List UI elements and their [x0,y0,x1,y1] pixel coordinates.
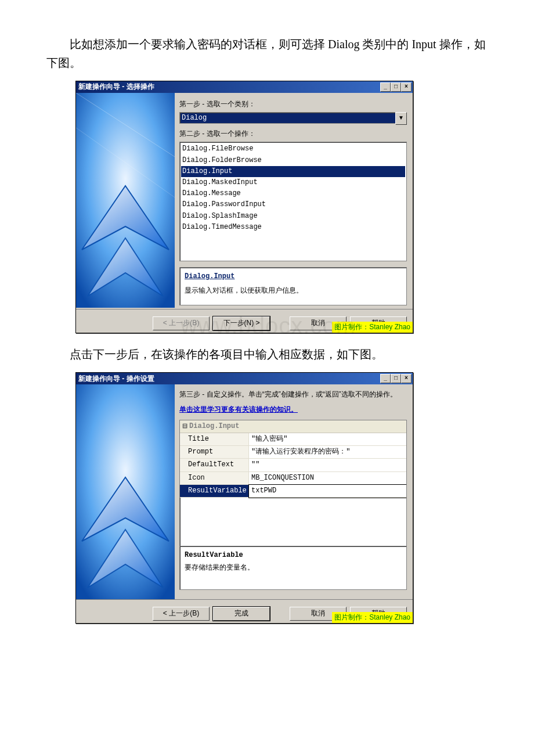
learn-more-link[interactable]: 单击这里学习更多有关该操作的知识。 [179,404,298,415]
minimize-button[interactable]: _ [380,374,391,383]
property-row[interactable]: IconMB_ICONQUESTION [180,472,406,485]
property-desc-title: ResultVariable [185,550,402,561]
operation-desc-text: 显示输入对话框，以便获取用户信息。 [185,285,402,296]
property-value[interactable]: "输入密码" [249,433,406,446]
operation-list-item[interactable]: Dialog.Input [181,166,405,177]
property-group-header[interactable]: Dialog.Input [180,420,406,433]
property-description: ResultVariable 要存储结果的变量名。 [179,546,407,590]
operation-list-item[interactable]: Dialog.Message [181,188,405,199]
wizard-sidebar-image [76,93,175,309]
property-key: ResultVariable [180,485,249,498]
category-combo[interactable]: Dialog [179,112,395,124]
back-button[interactable]: < 上一步(B) [153,316,210,330]
property-grid[interactable]: Dialog.Input Title"输入密码"Prompt"请输入运行安装程序… [179,420,407,546]
property-key: Prompt [180,446,249,459]
property-key: DefaultText [180,459,249,471]
image-credit: 图片制作：Stanley Zhao [332,322,413,333]
doc-paragraph-1: 比如想添加一个要求输入密码的对话框，则可选择 Dialog 类别中的 Input… [46,35,488,72]
close-button[interactable]: × [401,82,412,92]
property-value[interactable]: txtPWD [249,485,406,498]
property-row[interactable]: ResultVariabletxtPWD [180,485,406,498]
operation-desc-title: Dialog.Input [185,271,402,282]
operation-list-item[interactable]: Dialog.TimedMessage [181,222,405,233]
step3-label: 第三步 - 自定义操作。单击“完成”创建操作，或“返回”选取不同的操作。 [179,389,407,400]
operation-list-item[interactable]: Dialog.FolderBrowse [181,155,405,166]
close-button[interactable]: × [401,374,412,383]
image-credit: 图片制作：Stanley Zhao [332,612,413,623]
operation-list-item[interactable]: Dialog.FileBrowse [181,143,405,154]
operation-list-item[interactable]: Dialog.SplashImage [181,211,405,222]
maximize-button[interactable]: □ [391,82,401,92]
wizard-sidebar-image [76,384,175,599]
operation-description: Dialog.Input 显示输入对话框，以便获取用户信息。 [179,267,407,305]
property-row[interactable]: Prompt"请输入运行安装程序的密码：" [180,446,406,459]
window-title: 新建操作向导 - 选择操作 [78,81,380,92]
titlebar: 新建操作向导 - 操作设置 _ □ × [76,373,413,384]
doc-paragraph-2: 点击下一步后，在该操作的各项目中输入相应数据，如下图。 [46,345,488,363]
dropdown-arrow-icon[interactable]: ▼ [395,112,407,125]
operation-list-item[interactable]: Dialog.MaskedInput [181,177,405,188]
operation-listbox[interactable]: Dialog.FileBrowseDialog.FolderBrowseDial… [179,142,407,261]
step1-label: 第一步 - 选取一个类别： [179,99,407,110]
property-key: Icon [180,472,249,485]
step2-label: 第二步 - 选取一个操作： [179,128,407,139]
operation-list-item[interactable]: Dialog.PasswordInput [181,199,405,210]
property-value[interactable]: "" [249,459,406,471]
property-value[interactable]: "请输入运行安装程序的密码：" [249,446,406,459]
property-row[interactable]: DefaultText"" [180,459,406,471]
window-title: 新建操作向导 - 操作设置 [78,373,380,384]
back-button[interactable]: < 上一步(B) [153,607,210,621]
titlebar: 新建操作向导 - 选择操作 _ □ × [76,81,413,93]
next-button[interactable]: 下一步(N) > [213,316,270,330]
property-desc-text: 要存储结果的变量名。 [185,562,402,573]
property-value[interactable]: MB_ICONQUESTION [249,472,406,485]
wizard-dialog-select-action: 新建操作向导 - 选择操作 _ □ × [75,81,413,333]
wizard-dialog-action-settings: 新建操作向导 - 操作设置 _ □ × 第三步 - 自定义操作。单击“完成”创建… [75,372,413,624]
finish-button[interactable]: 完成 [213,607,270,621]
minimize-button[interactable]: _ [380,82,391,92]
property-key: Title [180,433,249,446]
maximize-button[interactable]: □ [391,374,401,383]
property-row[interactable]: Title"输入密码" [180,433,406,446]
